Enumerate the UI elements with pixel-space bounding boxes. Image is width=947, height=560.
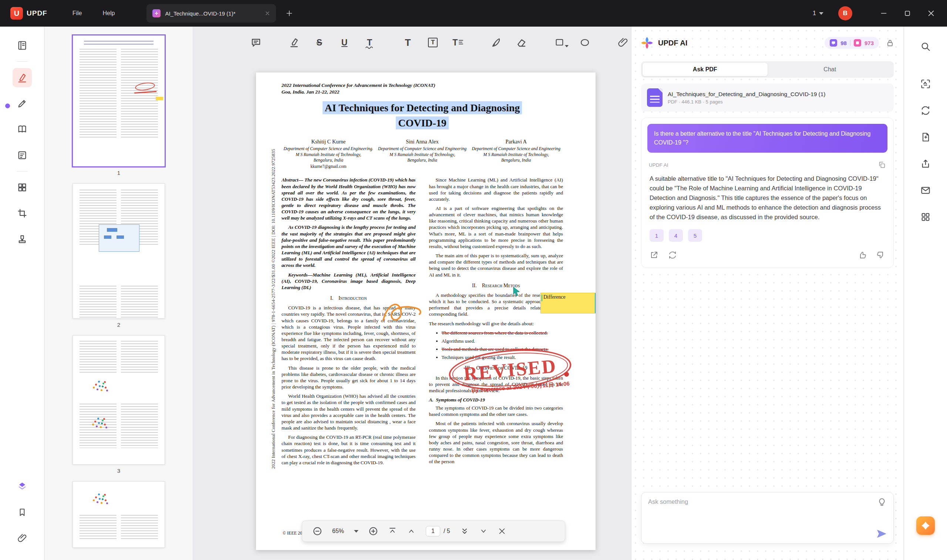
chevron-down-icon: [565, 45, 569, 47]
page-thumbnail-4[interactable]: [72, 481, 165, 548]
page-thumbnail-1[interactable]: [72, 35, 165, 167]
apps-grid-icon[interactable]: [916, 208, 935, 226]
chevron-down-icon[interactable]: [479, 527, 488, 535]
page-ref-chip[interactable]: 4: [669, 229, 683, 242]
page-thumbnail-2[interactable]: [72, 183, 165, 318]
bookmark-tool[interactable]: [12, 503, 32, 522]
mail-icon[interactable]: [916, 181, 935, 200]
ellipse-icon[interactable]: [577, 34, 593, 51]
page-thumbnail-3[interactable]: [72, 335, 165, 465]
active-tool-indicator: [5, 103, 10, 108]
regenerate-icon[interactable]: [668, 251, 677, 260]
comment-tool-button[interactable]: [248, 34, 264, 51]
pdf-file-icon: [647, 88, 663, 107]
organize-pages-tool[interactable]: [12, 178, 32, 197]
titlebar: U UPDF File Help AI_Technique...OVID-19 …: [0, 0, 947, 27]
attachment-tool[interactable]: [12, 529, 32, 548]
reader-tool[interactable]: [12, 120, 32, 139]
lock-icon[interactable]: [885, 38, 895, 47]
stamp-dot: [564, 372, 569, 377]
ai-tabs: Ask PDF Chat: [641, 62, 894, 78]
shapes-icon[interactable]: [552, 34, 568, 51]
ocr-icon[interactable]: [916, 75, 935, 93]
typewriter-icon[interactable]: T: [450, 34, 466, 51]
strikethrough-icon[interactable]: S: [311, 34, 327, 51]
new-tab-button[interactable]: [285, 9, 293, 17]
zoom-level[interactable]: 65%: [332, 528, 344, 534]
mini-highlight: [156, 97, 163, 100]
current-page-input[interactable]: 1: [426, 526, 440, 536]
pen-icon[interactable]: [488, 34, 504, 51]
tab-close-icon[interactable]: [265, 11, 270, 16]
mini-scatter-plot: [94, 421, 96, 423]
zoom-in-icon[interactable]: [369, 526, 378, 536]
divider: [17, 62, 28, 62]
zoom-dropdown-caret[interactable]: [354, 530, 358, 533]
author-1: Kshitij C Kurne Department of Computer S…: [282, 138, 375, 170]
prompt-ideas-icon[interactable]: [877, 497, 887, 507]
chevron-up-icon[interactable]: [407, 527, 416, 535]
collapse-up-icon[interactable]: [388, 527, 397, 535]
conference-location: Goa, India. Jan 21-22, 2022: [282, 89, 563, 95]
tab-chat[interactable]: Chat: [768, 63, 893, 76]
send-icon[interactable]: [876, 529, 887, 539]
cursor-pointer: [513, 287, 521, 297]
pen-scribble-annotation[interactable]: [381, 297, 426, 326]
user-avatar[interactable]: B: [838, 6, 852, 20]
mini-scatter-plot: [95, 497, 97, 498]
annotate-tool[interactable]: [12, 68, 32, 87]
answer-actions: [649, 251, 885, 260]
highlighter-icon[interactable]: [286, 34, 302, 51]
extract-page-icon[interactable]: [916, 128, 935, 146]
note-text: Difference: [543, 294, 566, 300]
page-ref-chip[interactable]: 1: [649, 229, 664, 242]
double-chevron-down-icon[interactable]: [460, 527, 469, 535]
text-highlight-icon[interactable]: T: [399, 34, 416, 51]
open-in-document-icon[interactable]: [649, 251, 659, 260]
text-box-icon[interactable]: T: [425, 34, 441, 51]
menu-help[interactable]: Help: [103, 10, 115, 17]
pdf-page: 2022 International Conference for Advanc…: [256, 72, 595, 550]
close-view-toolbar-icon[interactable]: [498, 527, 506, 535]
minimize-button[interactable]: [875, 5, 892, 22]
page-ref-chip[interactable]: 5: [688, 229, 702, 242]
share-icon[interactable]: [916, 154, 935, 173]
copy-icon[interactable]: [878, 161, 886, 169]
form-tool[interactable]: [12, 146, 32, 165]
menu-file[interactable]: File: [72, 10, 82, 17]
eraser-icon[interactable]: [514, 34, 530, 51]
attachment-icon[interactable]: [615, 34, 631, 51]
document-tab[interactable]: AI_Technique...OVID-19 (1)*: [147, 4, 276, 23]
underline-icon[interactable]: U: [336, 34, 353, 51]
question-credit-count: 98: [841, 40, 847, 46]
chevron-down-icon: [819, 12, 824, 15]
crop-tool[interactable]: [12, 204, 32, 223]
elements-tool[interactable]: [12, 477, 32, 496]
convert-icon[interactable]: [916, 101, 935, 120]
stamp-tool[interactable]: [12, 229, 32, 249]
ai-credits-badge[interactable]: 98 973: [825, 37, 879, 49]
paragraph: Keywords—Machine Learning (ML), Artifici…: [282, 272, 416, 291]
updf-ai-panel: UPDF AI 98 973 Ask PDF Chat AI_Technique…: [631, 27, 903, 560]
thumbs-down-icon[interactable]: [876, 251, 885, 260]
edit-pdf-tool[interactable]: [12, 94, 32, 113]
ask-input[interactable]: [648, 498, 870, 505]
notification-count-dropdown[interactable]: 1: [813, 10, 824, 17]
close-button[interactable]: [922, 5, 939, 22]
assistant-label: UPDF AI: [649, 162, 668, 168]
ai-assistant-bubble[interactable]: [916, 516, 935, 535]
maximize-button[interactable]: [899, 5, 916, 22]
difference-note-annotation[interactable]: Difference: [540, 293, 595, 314]
squiggly-underline-icon[interactable]: T: [361, 34, 378, 51]
right-column: Since Machine Learning (ML) and Artifici…: [429, 177, 563, 469]
thumbnail-panel-toggle[interactable]: [12, 36, 32, 55]
mini-diagram-node: [117, 235, 124, 239]
pdf-file-card[interactable]: AI_Techniques_for_Detecting_and_Diagnosi…: [641, 83, 894, 112]
search-icon[interactable]: [916, 37, 935, 56]
zoom-out-icon[interactable]: [313, 526, 322, 536]
author-block: Kshitij C Kurne Department of Computer S…: [282, 138, 563, 170]
thumbs-up-icon[interactable]: [858, 251, 867, 260]
paragraph: Since Machine Learning (ML) and Artifici…: [429, 177, 563, 202]
author-3: Parkavi A Department of Computer Science…: [469, 138, 563, 170]
tab-ask-pdf[interactable]: Ask PDF: [643, 63, 768, 76]
